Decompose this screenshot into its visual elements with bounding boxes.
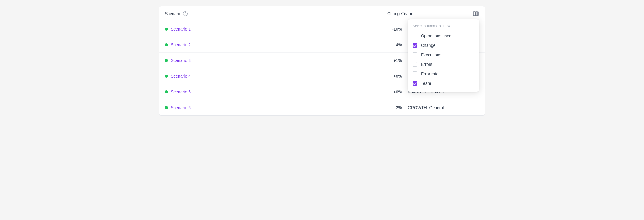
dropdown-item-errors[interactable]: Errors — [408, 60, 479, 69]
svg-rect-1 — [476, 12, 477, 16]
dropdown-label-operations_used: Operations used — [421, 34, 452, 38]
scenario-cell: Scenario 5 — [165, 90, 342, 94]
dropdown-label-errors: Errors — [421, 62, 432, 67]
checkbox-change[interactable] — [413, 43, 417, 48]
change-cell: +0% — [342, 74, 402, 79]
status-dot — [165, 90, 168, 93]
checkbox-team[interactable] — [413, 81, 417, 86]
change-column-header: Change — [342, 11, 402, 16]
dropdown-item-change[interactable]: Change — [408, 41, 479, 50]
change-cell: -2% — [342, 105, 402, 110]
scenario-header-label: Scenario — [165, 11, 181, 16]
team-header-label: Team — [402, 11, 412, 16]
team-cell: GROWTH_General — [402, 105, 461, 110]
change-cell: -4% — [342, 42, 402, 47]
checkbox-error_rate[interactable] — [413, 71, 417, 76]
scenario-link[interactable]: Scenario 2 — [171, 42, 191, 47]
change-cell: -10% — [342, 27, 402, 31]
change-cell: +1% — [342, 58, 402, 63]
checkbox-executions[interactable] — [413, 52, 417, 57]
dropdown-label-executions: Executions — [421, 52, 441, 57]
scenario-link[interactable]: Scenario 4 — [171, 74, 191, 79]
dropdown-item-team[interactable]: Team — [408, 79, 479, 88]
scenario-cell: Scenario 4 — [165, 74, 342, 79]
status-dot — [165, 43, 168, 46]
scenario-cell: Scenario 3 — [165, 58, 342, 63]
dropdown-label-error_rate: Error rate — [421, 71, 438, 76]
scenarios-table: Scenario ? Change Team Scenario 1 -10% I… — [159, 6, 485, 116]
scenario-cell: Scenario 2 — [165, 42, 342, 47]
columns-dropdown: Select columns to show Operations used C… — [408, 19, 479, 92]
status-dot — [165, 59, 168, 62]
columns-toggle-button[interactable] — [461, 10, 479, 17]
team-column-header: Team — [402, 11, 461, 16]
scenario-cell: Scenario 6 — [165, 105, 342, 110]
change-header-label: Change — [387, 11, 402, 16]
dropdown-label-change: Change — [421, 43, 435, 48]
svg-rect-0 — [473, 12, 475, 16]
help-icon[interactable]: ? — [183, 11, 188, 16]
scenario-link[interactable]: Scenario 1 — [171, 27, 191, 31]
checkbox-errors[interactable] — [413, 62, 417, 67]
dropdown-item-executions[interactable]: Executions — [408, 50, 479, 60]
scenario-cell: Scenario 1 — [165, 27, 342, 31]
svg-rect-2 — [477, 12, 478, 16]
scenario-link[interactable]: Scenario 3 — [171, 58, 191, 63]
table-row: Scenario 6 -2% GROWTH_General — [159, 100, 485, 115]
scenario-link[interactable]: Scenario 6 — [171, 105, 191, 110]
scenario-column-header: Scenario ? — [165, 11, 342, 16]
dropdown-title: Select columns to show — [408, 24, 479, 31]
change-cell: +0% — [342, 90, 402, 94]
checkbox-operations_used[interactable] — [413, 34, 417, 38]
dropdown-items: Operations used Change Executions Errors… — [408, 31, 479, 88]
dropdown-item-error_rate[interactable]: Error rate — [408, 69, 479, 79]
status-dot — [165, 28, 168, 31]
status-dot — [165, 106, 168, 109]
dropdown-item-operations_used[interactable]: Operations used — [408, 31, 479, 41]
dropdown-label-team: Team — [421, 81, 431, 86]
scenario-link[interactable]: Scenario 5 — [171, 90, 191, 94]
status-dot — [165, 75, 168, 78]
